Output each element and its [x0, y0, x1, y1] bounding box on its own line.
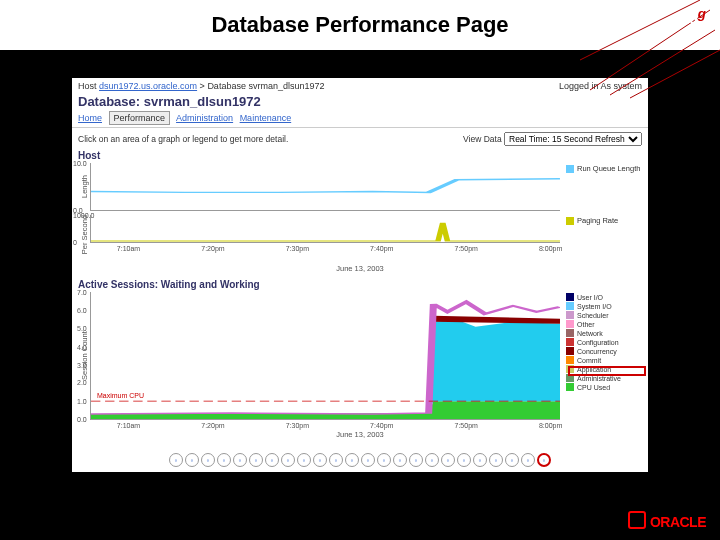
legend-label: Administrative — [577, 375, 621, 382]
x-tick: 7:10am — [117, 245, 140, 252]
legend-label: CPU Used — [577, 384, 610, 391]
host-section-title: Host — [72, 148, 648, 163]
viewdata-select[interactable]: Real Time: 15 Second Refresh — [504, 132, 642, 146]
x-tick: 7:10am — [117, 422, 140, 429]
nav-icon[interactable]: ◦ — [457, 453, 471, 467]
svg-marker-0 — [91, 401, 560, 419]
y-tick: 1000.0 — [73, 212, 94, 219]
legend-item[interactable]: Other — [566, 320, 642, 328]
nav-icon[interactable]: ◦ — [521, 453, 535, 467]
x-tick: 7:20pm — [201, 245, 224, 252]
breadcrumb-host-link[interactable]: dsun1972.us.oracle.com — [99, 81, 197, 91]
tab-bar: Home Performance Administration Maintena… — [72, 111, 648, 125]
viewdata-label: View Data — [463, 134, 502, 144]
legend-item[interactable]: Administrative — [566, 374, 642, 382]
x-tick: 7:30pm — [286, 245, 309, 252]
nav-icons-row: ◦◦◦◦◦◦◦◦◦◦◦◦◦◦◦◦◦◦◦◦◦◦◦◦ — [72, 439, 648, 469]
active-sessions-chart[interactable]: 7.0 6.0 5.0 4.0 3.0 2.0 1.0 0.0 Maximum … — [90, 292, 560, 420]
logo-number: 10 — [680, 10, 698, 27]
svg-marker-1 — [429, 320, 560, 413]
y-tick: 10.0 — [73, 160, 87, 167]
login-status: Logged in As system — [559, 81, 642, 91]
breadcrumb-db-prefix: Database — [207, 81, 248, 91]
legend-item[interactable]: User I/O — [566, 293, 642, 301]
nav-icon[interactable]: ◦ — [297, 453, 311, 467]
nav-icon[interactable]: ◦ — [393, 453, 407, 467]
paging-rate-chart[interactable]: 1000.0 0 7:10am 7:20pm 7:30pm 7:40pm 7:5… — [90, 215, 560, 243]
screenshot-panel: Host dsun1972.us.oracle.com > Database s… — [72, 78, 648, 472]
host-y1-label: Length — [78, 163, 90, 211]
legend-item[interactable]: Commit — [566, 356, 642, 364]
nav-icon[interactable]: ◦ — [505, 453, 519, 467]
tab-maintenance[interactable]: Maintenance — [240, 113, 292, 123]
x-tick: 7:40pm — [370, 245, 393, 252]
nav-icon[interactable]: ◦ — [313, 453, 327, 467]
legend-label: System I/O — [577, 303, 612, 310]
nav-icon[interactable]: ◦ — [441, 453, 455, 467]
nav-icon[interactable]: ◦ — [425, 453, 439, 467]
legend-item[interactable]: System I/O — [566, 302, 642, 310]
y-tick: 4.0 — [77, 343, 87, 350]
tab-administration[interactable]: Administration — [176, 113, 233, 123]
y-tick: 3.0 — [77, 361, 87, 368]
host-x-caption: June 13, 2003 — [72, 264, 648, 273]
legend-label: Run Queue Length — [577, 164, 640, 173]
nav-icon[interactable]: ◦ — [169, 453, 183, 467]
breadcrumb: Host dsun1972.us.oracle.com > Database s… — [72, 78, 648, 94]
legend-item[interactable]: Application — [566, 365, 642, 373]
nav-icon[interactable]: ◦ — [217, 453, 231, 467]
x-tick: 7:50pm — [455, 422, 478, 429]
instruction-text: Click on an area of a graph or legend to… — [78, 134, 288, 144]
nav-icon[interactable]: ◦ — [361, 453, 375, 467]
legend-label: Configuration — [577, 339, 619, 346]
nav-icon[interactable]: ◦ — [265, 453, 279, 467]
legend-item[interactable]: Scheduler — [566, 311, 642, 319]
y-tick: 2.0 — [77, 379, 87, 386]
tab-performance[interactable]: Performance — [109, 111, 171, 125]
max-cpu-label: Maximum CPU — [97, 392, 144, 399]
y-tick: 5.0 — [77, 324, 87, 331]
breadcrumb-host-label: Host — [78, 81, 97, 91]
nav-icon[interactable]: ◦ — [377, 453, 391, 467]
legend-item[interactable]: Concurrency — [566, 347, 642, 355]
x-tick: 7:30pm — [286, 422, 309, 429]
x-tick: 8:00pm — [539, 245, 562, 252]
run-queue-chart[interactable]: 10.0 0.0 — [90, 163, 560, 211]
nav-icon[interactable]: ◦ — [249, 453, 263, 467]
host-y2-label: Per Second — [78, 215, 90, 254]
nav-icon[interactable]: ◦ — [473, 453, 487, 467]
legend-label: Application — [577, 366, 611, 373]
legend-run-queue[interactable]: Run Queue Length — [566, 164, 642, 173]
nav-icon[interactable]: ◦ — [537, 453, 551, 467]
nav-icon[interactable]: ◦ — [489, 453, 503, 467]
y-tick: 6.0 — [77, 306, 87, 313]
logo-g: g — [698, 6, 706, 21]
nav-icon[interactable]: ◦ — [409, 453, 423, 467]
nav-icon[interactable]: ◦ — [345, 453, 359, 467]
legend-label: User I/O — [577, 294, 603, 301]
oracle-10g-logo: 10g — [680, 6, 706, 28]
nav-icon[interactable]: ◦ — [185, 453, 199, 467]
legend-paging-rate[interactable]: Paging Rate — [566, 216, 642, 225]
legend-item[interactable]: CPU Used — [566, 383, 642, 391]
y-tick: 0.0 — [77, 416, 87, 423]
x-tick: 8:00pm — [539, 422, 562, 429]
legend-item[interactable]: Configuration — [566, 338, 642, 346]
sessions-section-title: Active Sessions: Waiting and Working — [72, 277, 648, 292]
legend-label: Scheduler — [577, 312, 609, 319]
oracle-footer-logo: ORACLE — [628, 511, 706, 530]
y-tick: 0 — [73, 239, 77, 246]
y-tick: 7.0 — [77, 289, 87, 296]
legend-label: Other — [577, 321, 595, 328]
nav-icon[interactable]: ◦ — [329, 453, 343, 467]
legend-item[interactable]: Network — [566, 329, 642, 337]
nav-icon[interactable]: ◦ — [281, 453, 295, 467]
tab-home[interactable]: Home — [78, 113, 102, 123]
legend-label: Concurrency — [577, 348, 617, 355]
page-title: Database: svrman_dlsun1972 — [72, 94, 648, 111]
nav-icon[interactable]: ◦ — [201, 453, 215, 467]
nav-icon[interactable]: ◦ — [233, 453, 247, 467]
sessions-x-caption: June 13, 2003 — [72, 430, 648, 439]
legend-label: Commit — [577, 357, 601, 364]
breadcrumb-db-name: svrman_dlsun1972 — [248, 81, 324, 91]
